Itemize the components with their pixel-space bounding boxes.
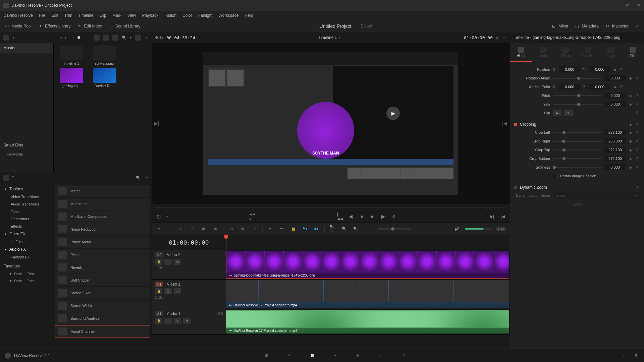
crop-tool[interactable]: ⬚ [156, 214, 162, 220]
close-button[interactable]: ✕ [636, 3, 641, 8]
menu-workspace[interactable]: Workspace [219, 13, 239, 18]
reset-button[interactable]: ↺ [635, 147, 640, 152]
master-bin[interactable]: Master [0, 43, 53, 53]
mute-button[interactable]: M [183, 318, 191, 324]
volume-icon[interactable]: 🔊 [453, 226, 460, 232]
menu-davinci[interactable]: DaVinci Resolve [3, 13, 33, 18]
reset-button[interactable]: ↺ [635, 156, 640, 161]
softness-field[interactable]: 0.000 [604, 164, 626, 170]
favorite-item[interactable]: ★Dark ... Third [3, 270, 50, 278]
viewer-zoom[interactable]: 40% [155, 35, 163, 40]
effects-library-toggle[interactable]: ✦Effects Library [38, 23, 70, 29]
lock-button[interactable]: 🔒 [290, 226, 297, 232]
viewer-scrubber[interactable] [152, 204, 510, 210]
crop-bottom-field[interactable]: 272.100 [604, 156, 626, 162]
playhead[interactable] [226, 235, 226, 250]
inspector-tab-image[interactable]: Image [599, 43, 622, 62]
menu-trim[interactable]: Trim [64, 13, 72, 18]
fx-cat-titles[interactable]: Titles [0, 208, 54, 215]
fx-vocal-channel[interactable]: Vocal Channel [55, 325, 150, 338]
bin-view-button[interactable] [3, 35, 9, 41]
next-clip-handle[interactable]: |◀ [502, 121, 507, 126]
fx-cat-effects[interactable]: Effects [0, 223, 54, 230]
nav-back-button[interactable]: ◂ [60, 36, 62, 40]
volume-slider[interactable] [465, 228, 492, 230]
reset-button[interactable]: ↺ [635, 165, 640, 170]
reset-button[interactable]: ↺ [635, 111, 640, 115]
chevron-down-icon[interactable]: ▾ [13, 36, 15, 40]
sound-library-toggle[interactable]: ♪Sound Library [108, 23, 141, 29]
track-lock-button[interactable]: 🔒 [155, 288, 162, 294]
project-settings-button[interactable]: ⚙ [633, 353, 639, 359]
maximize-button[interactable]: ▢ [625, 3, 630, 8]
track-content-v1[interactable]: ⚯DaVinci Resolve 17 Projekt speichern.mp… [226, 280, 510, 309]
fx-pitch[interactable]: Pitch [55, 249, 150, 261]
reset-button[interactable]: ↺ [635, 93, 640, 98]
inspector-toggle[interactable]: ✂Inspector [605, 23, 629, 29]
search-icon[interactable]: 🔍 [122, 36, 126, 40]
page-fusion[interactable]: ✦ [331, 352, 339, 360]
keyframe-button[interactable]: ◆ [629, 122, 633, 126]
solo-button[interactable]: S [174, 318, 181, 324]
expand-button[interactable]: ⤢ [635, 23, 640, 29]
page-edit[interactable]: ⊞ [308, 352, 316, 360]
fx-noise-reduction[interactable]: Noise Reduction [55, 223, 150, 235]
fx-reverb[interactable]: Reverb [55, 261, 150, 274]
zoom-in-button[interactable]: + [419, 226, 425, 232]
thumb-view-button[interactable] [94, 35, 100, 41]
minimize-button[interactable]: — [614, 3, 619, 8]
reset-button[interactable]: ↺ [635, 130, 640, 135]
go-start-button[interactable]: |◀◀ [337, 214, 343, 220]
page-cut[interactable]: ✂ [285, 352, 293, 360]
fx-stereo-fixer[interactable]: Stereo Fixer [55, 287, 150, 299]
position-y-field[interactable]: 0.000 [589, 66, 610, 72]
reset-button[interactable]: ↺ [635, 102, 640, 107]
section-enable-dot[interactable] [514, 186, 517, 189]
chevron-down-icon[interactable]: ▾ [12, 175, 14, 181]
go-last-button[interactable]: |◀ [500, 214, 506, 220]
clip-v1[interactable]: ⚯DaVinci Resolve 17 Projekt speichern.mp… [226, 280, 509, 308]
inspector-tab-video[interactable]: Video [510, 43, 532, 62]
reset-button[interactable]: ↺ [635, 76, 640, 80]
keyframe-button[interactable]: ◆ [629, 76, 633, 80]
smart-bins-header[interactable]: Smart Bins [0, 140, 53, 150]
dim-button[interactable]: DIM [496, 227, 506, 231]
fx-cat-fairlight[interactable]: Fairlight FX [0, 253, 54, 261]
keyframe-button[interactable]: ◆ [629, 139, 633, 143]
track-auto-button[interactable]: ◫ [164, 259, 172, 265]
fx-view-button[interactable] [3, 175, 9, 181]
prev-frame-button[interactable]: ◀| [348, 214, 354, 220]
page-media[interactable]: ▦ [263, 352, 271, 360]
keyframe-button[interactable]: ◆ [629, 148, 633, 152]
fx-cat-generators[interactable]: Generators [0, 215, 54, 223]
replace-button[interactable]: ⊞ [251, 226, 258, 232]
link-button[interactable]: ⚯ [279, 226, 285, 232]
swap-button[interactable]: Swap [572, 202, 582, 206]
menu-clip[interactable]: Clip [99, 13, 106, 18]
track-header-v1[interactable]: V1 Video 1 🔒 ◫ ▭ 1 Clip [152, 280, 226, 309]
track-content-v2[interactable]: ⚯gaming-logo-maker-featuring-a-reaper-17… [226, 250, 510, 279]
menu-view[interactable]: View [127, 13, 136, 18]
crop-top-slider[interactable] [553, 149, 602, 150]
keyframe-button[interactable]: ◆ [613, 67, 617, 71]
flag-button[interactable]: ⚑▾ [302, 226, 308, 232]
viewer-tc-right[interactable]: 01:00:00:00 [464, 35, 493, 40]
grid-view-button[interactable] [103, 35, 109, 41]
search-icon[interactable]: 🔍 [136, 176, 141, 180]
zoom-custom-button[interactable]: 🔍 [341, 226, 347, 232]
menu-timeline[interactable]: Timeline [78, 13, 93, 18]
trim-tool[interactable]: ⊟ [189, 226, 196, 232]
clips-grid[interactable]: Timeline 1 schwarz.png gaming-log... DaV… [54, 43, 152, 172]
dzoom-ease-select[interactable]: Linear▾ [553, 192, 640, 199]
favorite-item[interactable]: ★Dark ... Text [3, 278, 50, 285]
options-button[interactable]: ⋯ [503, 36, 506, 40]
inspector-tab-transition[interactable]: Transition [577, 43, 599, 62]
track-lock-button[interactable]: 🔒 [155, 259, 162, 265]
anchor-y-field[interactable]: 0.000 [589, 84, 610, 90]
keyframe-button[interactable]: ◆ [629, 157, 633, 161]
track-auto-button[interactable]: ◫ [164, 318, 172, 324]
clip-gaming-logo[interactable]: gaming-log... [56, 68, 87, 88]
insert-button[interactable]: ⊡ [228, 226, 235, 232]
metadata-toggle[interactable]: ◫Metadata [575, 23, 599, 29]
reset-button[interactable]: ↺ [635, 139, 640, 143]
